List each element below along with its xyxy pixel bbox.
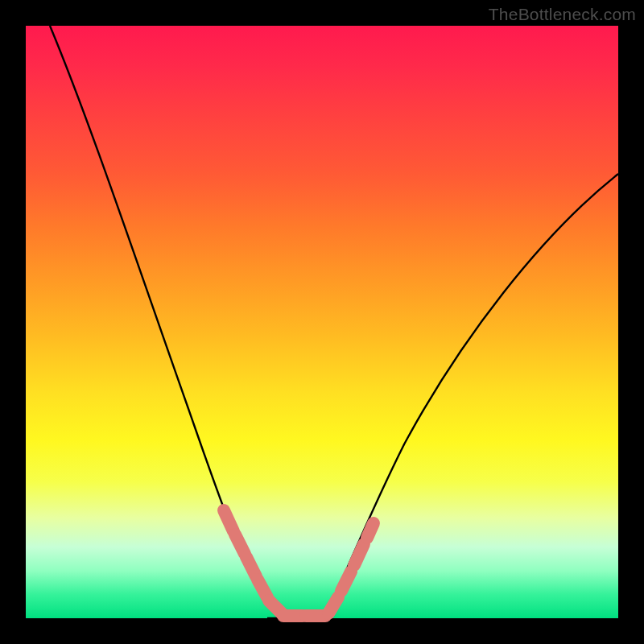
svg-line-7 bbox=[328, 597, 338, 613]
chart-svg bbox=[26, 26, 618, 618]
right-curve bbox=[324, 174, 618, 618]
left-curve bbox=[50, 26, 295, 618]
chart-frame: TheBottleneck.com bbox=[0, 0, 644, 644]
svg-line-9 bbox=[354, 544, 364, 565]
svg-line-8 bbox=[341, 572, 351, 591]
marker-blob-left bbox=[224, 510, 325, 616]
svg-line-3 bbox=[258, 580, 267, 597]
marker-blob-right bbox=[328, 523, 374, 613]
svg-line-10 bbox=[367, 523, 374, 538]
svg-line-1 bbox=[235, 535, 245, 554]
svg-line-0 bbox=[224, 510, 233, 531]
watermark-text: TheBottleneck.com bbox=[489, 5, 636, 24]
svg-line-2 bbox=[246, 557, 256, 576]
plot-area bbox=[26, 26, 618, 618]
